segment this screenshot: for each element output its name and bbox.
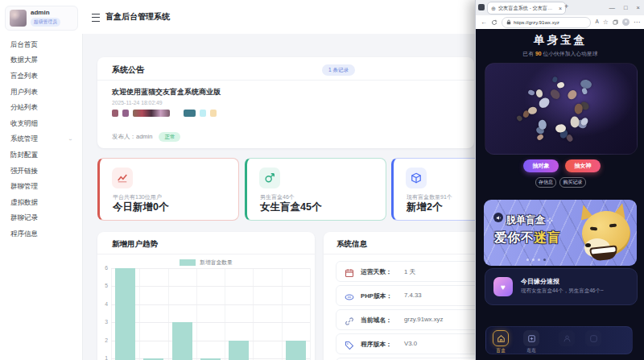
sidebar-item[interactable]: 群聊记录 — [0, 211, 82, 227]
grid-hline — [111, 341, 310, 341]
maximize-button[interactable]: □ — [624, 4, 628, 11]
read-aloud-icon[interactable]: A — [595, 19, 598, 25]
stat-card-gender-boxes: 男生盲盒46个 女生盲盒45个 — [245, 158, 386, 221]
user-role-badge: 超级管理员 — [31, 18, 60, 27]
close-button[interactable]: × — [637, 4, 640, 11]
mobile-page: 单身宝盒 已有 90 位小伙伴加入心动星球 抽对象 抽女神 存信息 购买记录 脱… — [476, 29, 644, 360]
plussq-icon — [523, 330, 539, 346]
sidebar-item[interactable]: 数据大屏 — [0, 53, 82, 69]
bottom-nav: 盲盒逛逛 — [485, 326, 633, 354]
sidebar-item[interactable]: 盲盒列表 — [0, 68, 82, 85]
chart-bar — [286, 341, 306, 360]
favicon-icon: ⊕ — [491, 6, 496, 11]
sidebar-item[interactable]: 强开链接 — [0, 163, 82, 180]
avatar-dot — [566, 89, 578, 101]
tag-icon — [345, 339, 354, 354]
avatar-dot — [556, 81, 565, 89]
nav-item-逛逛[interactable]: 逛逛 — [523, 330, 539, 354]
grid-vline — [196, 268, 197, 360]
banner-accent-text: 迷盲 — [535, 230, 561, 244]
person-icon — [559, 330, 575, 346]
sidebar-item[interactable]: 系统管理› — [0, 132, 82, 148]
banner-line1: 脱单盲盒 — [506, 213, 553, 227]
fate-subtitle: 现有女生盲盒44个，男生盲盒46个~ — [521, 288, 604, 295]
y-axis-tick: 3 — [98, 319, 108, 325]
announcement-item-title[interactable]: 欢迎使用蓝猫交友盲盒系统商业版 — [112, 87, 221, 97]
more-menu-icon[interactable]: ⋯ — [634, 19, 640, 26]
carousel-dot[interactable] — [538, 259, 540, 261]
y-axis-tick: 6 — [98, 265, 108, 271]
stat-value: 今日新增0个 — [113, 201, 168, 214]
back-button[interactable]: ← — [481, 19, 487, 26]
profile-avatar[interactable] — [622, 19, 630, 26]
chart-card: 新增用户趋势 新增盲盒数量 123456 — [97, 232, 315, 360]
chart-bar — [229, 341, 249, 360]
page-subtitle: 已有 90 位小伙伴加入心动星球 — [476, 50, 644, 58]
carousel-dot[interactable] — [532, 259, 535, 261]
hamburger-icon[interactable] — [92, 14, 100, 22]
save-info-button[interactable]: 存信息 — [535, 177, 556, 188]
new-tab-button[interactable]: + — [564, 2, 568, 10]
sidebar-item[interactable]: 收支明细 — [0, 116, 82, 132]
sidebar-item[interactable]: 虚拟数据 — [0, 195, 82, 211]
nav-item-盲盒[interactable]: 盲盒 — [493, 330, 509, 354]
url-field[interactable]: https://grzy.91wx.xyz — [502, 17, 591, 28]
window-controls: — □ × — [609, 0, 640, 15]
grid-vline — [139, 268, 140, 360]
url-text: https://grzy.91wx.xyz — [514, 19, 559, 25]
chart-bar — [115, 268, 135, 360]
y-axis-tick: 5 — [98, 283, 108, 288]
purchase-records-button[interactable]: 购买记录 — [559, 177, 586, 188]
status-badge: 正常 — [159, 132, 180, 142]
browser-titlebar: ⊕ 交友盲盒系统 - 交友盲盒系统 × + — □ × — [476, 0, 644, 16]
user-name: admin — [31, 9, 50, 16]
carousel-dot[interactable] — [543, 259, 546, 261]
tab-actions-icon[interactable] — [478, 4, 485, 10]
draw-partner-button[interactable]: 抽对象 — [523, 159, 559, 172]
nav-item-person[interactable] — [559, 330, 575, 346]
draw-goddess-button[interactable]: 抽女神 — [565, 159, 601, 172]
divider — [97, 254, 315, 254]
avatar — [10, 10, 27, 27]
heart-icon: ♥ — [493, 277, 513, 296]
screen: admin 超级管理员 后台首页数据大屏盲盒列表用户列表分站列表收支明细系统管理… — [0, 0, 644, 360]
fate-card[interactable]: ♥ 今日缘分速报 现有女生盲盒44个，男生盲盒46个~ — [485, 268, 638, 305]
carousel-dot[interactable] — [526, 259, 529, 261]
minimize-button[interactable]: — — [609, 4, 616, 11]
lock-icon — [506, 19, 511, 25]
stat-value: 女生盲盒45个 — [260, 201, 321, 214]
chart-bar — [172, 322, 192, 360]
avatar-dot — [527, 89, 535, 96]
announcement-date: 2025-11-24 18:02:49 — [112, 100, 163, 106]
browser-tab[interactable]: ⊕ 交友盲盒系统 - 交友盲盒系统 × — [487, 2, 566, 14]
php-icon — [345, 291, 354, 305]
refresh-icon[interactable] — [491, 19, 497, 26]
avatar-sphere[interactable] — [485, 63, 638, 155]
sidebar-item[interactable]: 分站列表 — [0, 100, 82, 116]
carousel-dots[interactable] — [484, 259, 588, 261]
sidebar-item[interactable]: 用户列表 — [0, 85, 82, 101]
promo-banner[interactable]: 脱单盲盒 爱你不迷盲 — [484, 200, 637, 266]
user-card[interactable]: admin 超级管理员 — [5, 6, 78, 31]
sidebar-item[interactable]: 群聊管理 — [0, 179, 82, 195]
collections-icon[interactable] — [613, 19, 618, 25]
tag-chip — [184, 110, 196, 117]
y-axis-tick: 4 — [98, 301, 108, 307]
avatar-dot — [527, 106, 538, 115]
tag-chip — [210, 110, 217, 117]
grid-vline — [168, 268, 169, 360]
anger-mark-icon — [547, 217, 553, 224]
member-count: 90 — [535, 51, 542, 56]
y-axis-tick: 1 — [98, 355, 108, 360]
announcement-title: 系统公告 — [112, 64, 144, 76]
grid-hline — [111, 304, 310, 305]
sidebar-item[interactable]: 防封配置 — [0, 147, 82, 163]
announcement-tags — [112, 109, 221, 117]
tab-close-icon[interactable]: × — [559, 6, 562, 11]
legend-swatch — [180, 259, 196, 266]
sidebar-item[interactable]: 后台首页 — [0, 37, 82, 53]
nav-item-square[interactable] — [585, 330, 601, 346]
sidebar-item[interactable]: 程序信息 — [0, 226, 82, 242]
tag-chip — [112, 110, 118, 117]
favorite-star-icon[interactable]: ☆ — [603, 19, 609, 26]
